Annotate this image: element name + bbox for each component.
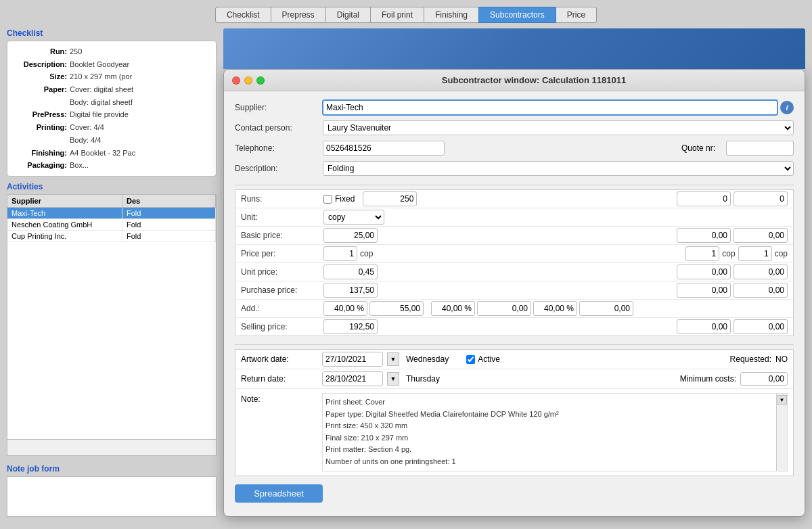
runs-input-2[interactable] [677, 191, 731, 206]
tab-price[interactable]: Price [556, 7, 597, 23]
desc-value: Booklet Goodyear [70, 58, 129, 71]
dialog-titlebar: Subcontractor window: Calculation 118101… [224, 70, 805, 91]
activity-desc-0: Fold [122, 208, 216, 218]
add-pct-3[interactable] [533, 301, 577, 316]
checklist-row-finishing: Finishing: A4 Booklet - 32 Pac [13, 147, 210, 160]
basic-input-3[interactable] [734, 228, 788, 243]
quote-input[interactable] [726, 141, 794, 156]
tab-checklist[interactable]: Checklist [215, 7, 271, 23]
checklist-row-prepress: PrePress: Digital file provide [13, 108, 210, 121]
add-pct-2[interactable] [431, 301, 475, 316]
sell-input-3[interactable] [734, 319, 788, 334]
supplier-info-button[interactable]: i [780, 101, 794, 114]
artwork-date-input[interactable] [322, 352, 383, 367]
tab-finishing[interactable]: Finishing [424, 7, 478, 23]
price-per-num-1[interactable] [323, 246, 357, 261]
artwork-date-dropdown[interactable]: ▼ [387, 352, 399, 366]
paper2-label [13, 96, 67, 109]
activity-row-2[interactable]: Cup Printing Inc. Fold [7, 231, 216, 242]
note-job-form-box[interactable] [7, 476, 217, 517]
unit-price-row: Unit price: [235, 263, 793, 281]
activity-supplier-2: Cup Printing Inc. [7, 231, 122, 242]
checklist-row-size: Size: 210 x 297 mm (por [13, 70, 210, 83]
runs-input-1[interactable] [363, 191, 417, 206]
note-label: Note: [241, 393, 322, 404]
unit-price-input-2[interactable] [677, 264, 731, 279]
activity-row-0[interactable]: Maxi-Tech Fold [7, 208, 216, 219]
supplier-input[interactable] [323, 100, 777, 115]
minimize-button[interactable] [244, 76, 252, 85]
header-desc: Des [122, 195, 216, 207]
tab-digital[interactable]: Digital [325, 7, 370, 23]
return-date-dropdown[interactable]: ▼ [387, 372, 399, 386]
note-row: Note: Print sheet: CoverPaper type: Digi… [235, 389, 793, 476]
price-per-cells: cop cop cop [323, 246, 793, 261]
tab-foil-print[interactable]: Foil print [370, 7, 424, 23]
price-per-num-2[interactable] [685, 246, 719, 261]
main-layout: Checklist Run: 250 Description: Booklet … [0, 28, 812, 524]
contact-select[interactable]: Laury Stavenuiter [323, 120, 794, 135]
purchase-input-1[interactable] [323, 283, 378, 298]
prepress-label: PrePress: [13, 108, 67, 121]
activity-row-1[interactable]: Neschen Coating GmbH Fold [7, 219, 216, 231]
price-per-unit-2: cop [722, 249, 735, 258]
supplier-field: i [323, 100, 794, 115]
activity-desc-1: Fold [122, 219, 216, 230]
dialog-content: Supplier: i Contact person: Laury Staven… [224, 91, 805, 516]
close-button[interactable] [232, 76, 240, 85]
contact-field: Laury Stavenuiter [323, 120, 794, 135]
size-value: 210 x 297 mm (por [70, 70, 132, 83]
unit-price-input-1[interactable] [323, 264, 378, 279]
add-pct-1[interactable] [323, 301, 367, 316]
runs-label: Runs: [235, 194, 323, 204]
tab-subcontractors[interactable]: Subcontractors [478, 7, 556, 23]
checklist-row-printing2: Body: 4/4 [13, 134, 210, 147]
maximize-button[interactable] [256, 76, 265, 85]
sell-input-2[interactable] [677, 319, 731, 334]
note-scrollbar[interactable]: ▼ [776, 394, 787, 471]
sell-input-1[interactable] [323, 319, 378, 334]
description-select[interactable]: Folding [323, 161, 794, 176]
add-row: Add.: [235, 300, 793, 318]
unit-select[interactable]: copy [323, 210, 384, 225]
add-col-2[interactable] [477, 301, 531, 316]
return-date-input[interactable] [322, 371, 383, 386]
divider-2 [235, 344, 794, 345]
return-day: Thursday [406, 374, 440, 384]
price-per-cell-3: cop [738, 246, 788, 261]
tab-prepress[interactable]: Prepress [271, 7, 325, 23]
note-title: Note job form [7, 464, 217, 474]
add-col-3[interactable] [579, 301, 633, 316]
top-tab-bar: Checklist Prepress Digital Foil print Fi… [0, 0, 812, 28]
min-costs-input[interactable] [740, 372, 788, 386]
return-value: ▼ Thursday Minimum costs: [322, 371, 788, 386]
run-label: Run: [13, 45, 67, 58]
fixed-checkbox[interactable] [323, 195, 332, 204]
activity-supplier-0: Maxi-Tech [7, 208, 122, 218]
checklist-row-printing: Printing: Cover: 4/4 [13, 121, 210, 134]
supplier-row: Supplier: i [235, 99, 794, 116]
activity-supplier-1: Neschen Coating GmbH [7, 219, 122, 230]
basic-input-2[interactable] [677, 228, 731, 243]
telephone-input[interactable] [323, 141, 445, 156]
packaging-label: Packaging: [13, 159, 67, 172]
table-header: Supplier Des [7, 195, 216, 208]
spreadsheet-button[interactable]: Spreadsheet [235, 484, 323, 503]
unit-price-input-3[interactable] [734, 264, 788, 279]
add-col-1[interactable] [369, 301, 424, 316]
requested-label: Requested: [730, 354, 771, 364]
description-field: Folding [323, 161, 794, 176]
unit-price-cells [323, 264, 793, 279]
purchase-input-2[interactable] [677, 283, 731, 298]
size-label: Size: [13, 70, 67, 83]
runs-input-3[interactable] [734, 191, 788, 206]
purchase-input-3[interactable] [734, 283, 788, 298]
price-per-num-3[interactable] [738, 246, 772, 261]
prepress-value: Digital file provide [70, 108, 129, 121]
scroll-down-button[interactable]: ▼ [777, 395, 787, 405]
telephone-row: Telephone: Quote nr: [235, 140, 794, 156]
active-checkbox[interactable] [466, 355, 475, 364]
basic-input-1[interactable] [323, 228, 378, 243]
checklist-section: Checklist Run: 250 Description: Booklet … [7, 28, 217, 177]
basic-price-cells [323, 228, 793, 243]
